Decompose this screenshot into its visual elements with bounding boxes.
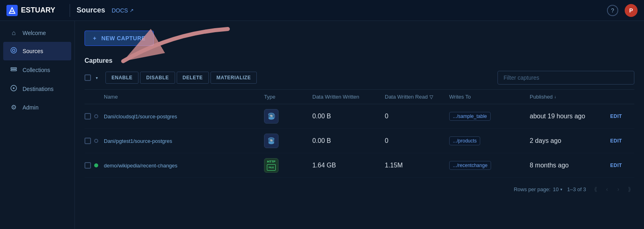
row1-checkbox[interactable] <box>85 113 91 120</box>
captures-table: Name Type Data Written Written Data Writ… <box>85 90 634 178</box>
published-sort-icon[interactable]: ↓ <box>554 95 556 99</box>
sidebar-label-collections: Collections <box>23 67 50 73</box>
row3-data-read: 1.15M <box>385 162 449 169</box>
row1-status-dot <box>94 114 98 118</box>
user-avatar[interactable]: P <box>625 4 638 17</box>
docs-link[interactable]: DOCS ↗ <box>111 7 133 14</box>
data-read-filter-icon[interactable]: ▽ <box>429 94 433 100</box>
rows-per-page-select[interactable]: 10 ▾ <box>553 186 562 192</box>
prev-page-button[interactable]: ‹ <box>602 184 612 194</box>
pagination: Rows per page: 10 ▾ 1–3 of 3 ⟪ ‹ › ⟫ <box>85 178 634 194</box>
sidebar-item-sources[interactable]: Sources <box>3 42 71 60</box>
materialize-button[interactable]: MATERIALIZE <box>211 72 257 84</box>
svg-point-7 <box>13 87 14 89</box>
row1-data-written: 0.00 B <box>312 113 385 120</box>
postgres-icon-1: 🐘 <box>264 109 279 124</box>
row3-writes-to: .../recentchange <box>449 161 530 170</box>
postgres-icon-2: 🐘 <box>264 134 279 148</box>
col-data-read: Data Written Read ▽ <box>385 94 449 100</box>
docs-label: DOCS <box>111 7 128 14</box>
row1-name[interactable]: Dani/cloudsql1/source-postgres <box>104 113 264 120</box>
sources-icon <box>10 47 18 56</box>
rows-per-page: Rows per page: 10 ▾ <box>514 186 562 192</box>
app-name: ESTUARY <box>21 6 55 14</box>
col-type-label: Type <box>264 94 275 100</box>
row1-edit[interactable]: EDIT <box>610 113 634 119</box>
row3-writes-to-badge[interactable]: .../recentchange <box>449 161 491 170</box>
col-writes-to-label: Writes To <box>449 94 471 100</box>
rows-per-page-value: 10 <box>553 186 559 192</box>
select-all-area: ▾ <box>85 74 101 82</box>
col-published: Published ↓ <box>530 94 610 100</box>
new-capture-button[interactable]: + NEW CAPTURE <box>85 31 154 46</box>
select-dropdown-arrow[interactable]: ▾ <box>93 74 101 82</box>
select-all-checkbox[interactable] <box>85 74 91 81</box>
topnav-right: ? P <box>607 4 638 17</box>
disable-button[interactable]: DISABLE <box>140 72 175 84</box>
filter-input-wrap <box>497 71 634 85</box>
sidebar: ⌂ Welcome Sources Collections <box>0 21 75 229</box>
row3-published: 8 months ago <box>530 162 610 169</box>
row2-writes-to-badge[interactable]: .../products <box>449 136 480 145</box>
col-name: Name <box>104 94 264 100</box>
table-row: demo/wikipedia/recent-changes HTTP FILE … <box>85 153 634 178</box>
svg-point-3 <box>12 49 15 52</box>
toolbar: ▾ ENABLE DISABLE DELETE MATERIALIZE <box>85 71 634 90</box>
sidebar-item-collections[interactable]: Collections <box>3 61 71 79</box>
col-type: Type <box>264 94 312 100</box>
row3-edit[interactable]: EDIT <box>610 163 634 168</box>
row1-checkbox-area <box>85 113 104 120</box>
col-data-written-label: Data Written Written <box>312 94 359 100</box>
table-row: Dani/cloudsql1/source-postgres 🐘 0.0 <box>85 104 634 129</box>
delete-button[interactable]: DELETE <box>177 72 209 84</box>
sidebar-label-destinations: Destinations <box>23 86 54 92</box>
row2-published: 2 days ago <box>530 137 610 144</box>
svg-marker-0 <box>9 8 15 13</box>
row2-checkbox[interactable] <box>85 138 91 144</box>
row2-name[interactable]: Dani/pgtest1/source-postgres <box>104 138 264 144</box>
row1-published: about 19 hours ago <box>530 113 610 120</box>
row2-edit[interactable]: EDIT <box>610 138 634 144</box>
help-icon: ? <box>611 7 614 14</box>
sidebar-item-welcome[interactable]: ⌂ Welcome <box>3 25 71 41</box>
layout: ⌂ Welcome Sources Collections <box>0 21 644 229</box>
page-title: Sources <box>76 6 105 14</box>
sidebar-label-sources: Sources <box>23 48 43 54</box>
svg-point-2 <box>11 47 17 53</box>
divider <box>70 4 70 17</box>
collections-icon <box>10 66 18 74</box>
row1-data-read: 0 <box>385 113 449 120</box>
row3-name[interactable]: demo/wikipedia/recent-changes <box>104 163 264 169</box>
sidebar-item-admin[interactable]: ⚙ Admin <box>3 99 71 116</box>
last-page-button[interactable]: ⟫ <box>625 184 634 194</box>
filter-captures-input[interactable] <box>497 71 634 85</box>
col-name-label: Name <box>104 94 118 100</box>
svg-rect-5 <box>11 70 17 71</box>
row3-checkbox[interactable] <box>85 162 91 169</box>
sidebar-item-destinations[interactable]: Destinations <box>3 80 71 98</box>
col-data-written: Data Written Written <box>312 94 385 100</box>
svg-rect-4 <box>11 68 17 69</box>
plus-icon: + <box>93 35 97 41</box>
destinations-icon <box>10 85 18 93</box>
first-page-button[interactable]: ⟪ <box>591 184 601 194</box>
captures-title: Captures <box>85 57 634 64</box>
next-page-button[interactable]: › <box>613 184 623 194</box>
http-icon: HTTP FILE <box>264 158 279 173</box>
svg-text:🐘: 🐘 <box>270 139 273 142</box>
row3-checkbox-area <box>85 162 104 169</box>
row2-status-dot <box>94 139 98 143</box>
row1-writes-to: .../sample_table <box>449 112 530 121</box>
logo: ESTUARY <box>6 5 55 16</box>
row2-writes-to: .../products <box>449 136 530 145</box>
help-button[interactable]: ? <box>607 5 618 16</box>
enable-button[interactable]: ENABLE <box>105 72 138 84</box>
sidebar-label-welcome: Welcome <box>23 30 46 36</box>
admin-icon: ⚙ <box>10 103 18 111</box>
row1-writes-to-badge[interactable]: .../sample_table <box>449 112 491 121</box>
logo-icon <box>6 5 18 16</box>
new-capture-label: NEW CAPTURE <box>101 35 146 41</box>
page-navigation: ⟪ ‹ › ⟫ <box>591 184 634 194</box>
avatar-letter: P <box>629 7 633 14</box>
row2-type-icon: 🐘 <box>264 134 312 148</box>
